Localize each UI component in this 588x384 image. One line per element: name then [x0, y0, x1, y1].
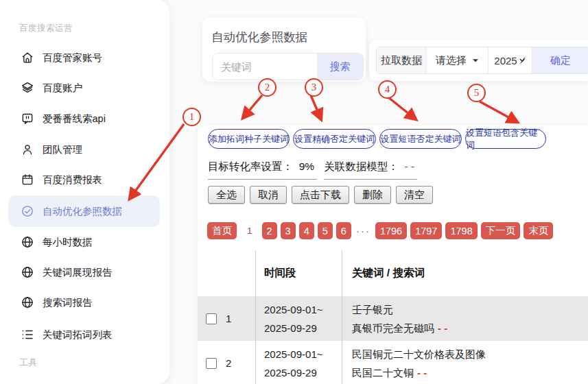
main-content-card: 添加拓词种子关键词 设置精确否定关键词 设置短语否定关键词 设置短语包含关键词 … [198, 125, 588, 384]
row-keyword-cell: 壬子银元 真银币完全无磁吗- - [342, 296, 588, 341]
pagination: 首页 1 2 3 4 5 6 ··· 1796 1797 1798 下一页 末页 [207, 222, 553, 239]
data-table: 时间段 关键词 / 搜索词 1 2025-09-01~ 2025-09-29 壬… [198, 250, 588, 384]
select-all-button[interactable]: 全选 [208, 186, 245, 204]
home-icon [21, 51, 34, 64]
table-row: 1 2025-09-01~ 2025-09-29 壬子银元 真银币完全无磁吗- … [198, 296, 588, 341]
row-index: 1 [226, 313, 231, 324]
sidebar-item-baidu-manager-account[interactable]: 百度管家账号 [21, 49, 102, 67]
sidebar-section-label: 百度搜索运营 [19, 23, 73, 34]
calendar-icon [21, 173, 34, 187]
target-rate-value: 9% [299, 160, 314, 172]
bulk-action-buttons: 全选 取消 点击下载 删除 清空 [208, 186, 433, 204]
pagination-ellipsis: ··· [356, 225, 371, 237]
red-dash-value: - - [417, 367, 427, 379]
target-conversion-rate-field[interactable]: 目标转化率设置： 9% [208, 160, 317, 180]
target-rate-label: 目标转化率设置： [208, 160, 293, 172]
pagination-page-5[interactable]: 5 [318, 222, 333, 239]
annotation-circle-1: 1 [183, 108, 201, 126]
related-data-model-field[interactable]: 关联数据模型： - - [324, 160, 417, 180]
table-header-row: 时间段 关键词 / 搜索词 [198, 250, 588, 296]
chat-icon [21, 112, 34, 125]
cancel-button[interactable]: 取消 [250, 186, 287, 204]
pagination-page-2[interactable]: 2 [262, 222, 277, 239]
list-icon [21, 328, 34, 341]
pull-data-group: 拉取数据 请选择 2025 确定 [376, 47, 588, 74]
sidebar-item-search-term-report[interactable]: 搜索词报告 [21, 293, 93, 311]
sidebar-item-label: 团队管理 [43, 143, 82, 156]
pull-data-label: 拉取数据 [377, 47, 427, 73]
pagination-next[interactable]: 下一页 [481, 222, 521, 239]
layers-icon [21, 81, 34, 95]
annotation-arrow-2 [243, 95, 262, 118]
sidebar-item-hourly-data[interactable]: 每小时数据 [21, 233, 93, 251]
sidebar-item-label: 百度账户 [43, 82, 82, 95]
sidebar-item-label: 百度消费报表 [43, 173, 102, 187]
check-circle-icon [21, 204, 34, 218]
sidebar: 百度搜索运营 百度管家账号 百度账户 爱番番线索api 团队管理 [0, 0, 169, 384]
page-title: 自动优化参照数据 [211, 29, 307, 45]
globe-icon [21, 296, 34, 309]
pagination-page-1797[interactable]: 1797 [410, 222, 442, 239]
sidebar-item-baidu-account[interactable]: 百度账户 [21, 79, 82, 97]
clear-button[interactable]: 清空 [396, 186, 433, 204]
sidebar-item-label: 爱番番线索api [43, 112, 106, 125]
pagination-page-1796[interactable]: 1796 [375, 222, 407, 239]
annotation-arrow-4 [388, 97, 416, 119]
pagination-last[interactable]: 末页 [524, 222, 553, 239]
sidebar-item-label: 搜索词报告 [43, 296, 93, 309]
pagination-current-page: 1 [247, 226, 252, 236]
keyword-search-group: 搜索 [212, 53, 364, 80]
sidebar-item-label: 每小时数据 [43, 236, 93, 249]
sidebar-section-tools-label: 工具 [19, 357, 38, 369]
keyword-action-buttons: 添加拓词种子关键词 设置精确否定关键词 设置短语否定关键词 设置短语包含关键词 [208, 129, 546, 149]
globe-icon [21, 265, 34, 279]
sidebar-item-label: 百度管家账号 [43, 51, 102, 64]
red-dash-value: - - [438, 322, 447, 334]
table-header-select-column [198, 250, 256, 296]
person-icon [21, 143, 34, 156]
app-window: 百度搜索运营 百度管家账号 百度账户 爱番番线索api 团队管理 [0, 0, 588, 384]
row-period-cell: 2025-09-01~ 2025-09-29 [256, 341, 342, 384]
sidebar-item-label: 关键词展现报告 [43, 266, 113, 279]
row-checkbox[interactable] [206, 313, 217, 324]
pagination-page-3[interactable]: 3 [281, 222, 296, 239]
download-button[interactable]: 点击下载 [292, 186, 349, 204]
sidebar-item-keyword-impression-report[interactable]: 关键词展现报告 [21, 263, 113, 281]
sidebar-item-baidu-consumption-report[interactable]: 百度消费报表 [21, 171, 102, 189]
pagination-page-1798[interactable]: 1798 [445, 222, 477, 239]
text-cursor-caret-icon [519, 56, 526, 64]
pagination-page-6[interactable]: 6 [336, 222, 351, 239]
add-seed-keywords-button[interactable]: 添加拓词种子关键词 [208, 129, 290, 149]
sidebar-item-keyword-expansion-list[interactable]: 关键词拓词列表 [21, 326, 113, 344]
set-exact-negative-keywords-button[interactable]: 设置精确否定关键词 [293, 129, 376, 149]
model-select-dropdown[interactable]: 请选择 [427, 47, 489, 73]
row-keyword-cell: 民国铜元二十文价格表及图像 民国二十文铜- - [342, 341, 588, 384]
annotation-arrow-3 [311, 95, 321, 119]
settings-summary-row: 目标转化率设置： 9% 关联数据模型： - - [208, 160, 417, 180]
sidebar-item-aifanfan-leads-api[interactable]: 爱番番线索api [21, 110, 106, 128]
sidebar-item-label: 关键词拓词列表 [43, 328, 113, 341]
row-checkbox[interactable] [206, 358, 217, 369]
caret-down-icon [472, 58, 479, 63]
delete-button[interactable]: 删除 [354, 186, 391, 204]
globe-icon [21, 235, 34, 249]
sidebar-item-auto-optimize-reference-data[interactable]: 自动优化参照数据 [8, 195, 160, 227]
pagination-page-4[interactable]: 4 [299, 222, 314, 239]
confirm-button[interactable]: 确定 [532, 47, 588, 73]
model-label: 关联数据模型： [324, 160, 399, 172]
model-value: - - [404, 160, 414, 172]
set-phrase-negative-keywords-button[interactable]: 设置短语否定关键词 [379, 129, 462, 149]
row-index: 2 [226, 357, 231, 369]
annotation-circle-4: 4 [378, 80, 397, 99]
sidebar-item-label: 自动优化参照数据 [43, 205, 122, 218]
table-header-keyword: 关键词 / 搜索词 [342, 250, 588, 296]
year-input[interactable]: 2025 [489, 47, 532, 73]
row-period-cell: 2025-09-01~ 2025-09-29 [256, 296, 342, 341]
search-button[interactable]: 搜索 [317, 53, 363, 80]
set-phrase-include-keywords-button[interactable]: 设置短语包含关键词 [465, 129, 546, 149]
keyword-search-input[interactable] [213, 53, 317, 80]
select-placeholder: 请选择 [436, 54, 467, 67]
table-row: 2 2025-09-01~ 2025-09-29 民国铜元二十文价格表及图像 民… [198, 341, 588, 384]
sidebar-item-team-management[interactable]: 团队管理 [21, 141, 82, 158]
pagination-first[interactable]: 首页 [207, 222, 237, 239]
